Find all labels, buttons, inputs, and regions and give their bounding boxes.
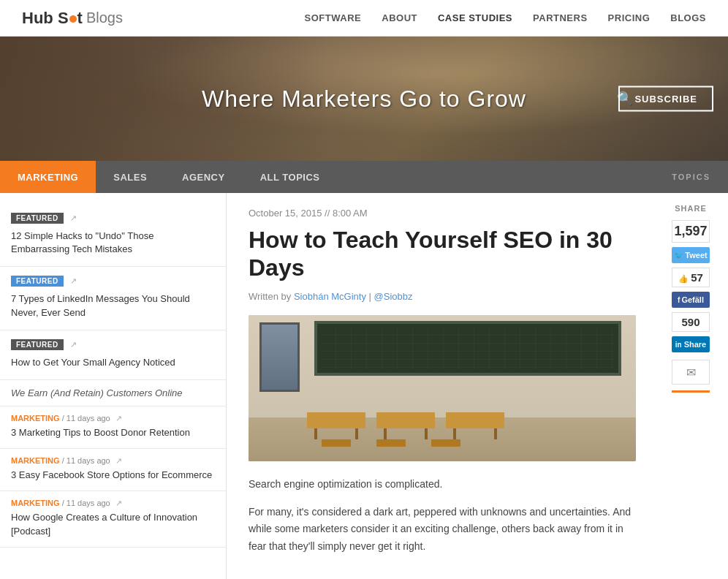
tab-all-topics[interactable]: ALL TOPICS <box>243 161 338 193</box>
share-count-total: 1,597 <box>672 220 710 243</box>
topic-tabs: MARKETING SALES AGENCY ALL TOPICS TopICS <box>0 161 728 193</box>
featured-item-1: FEATURED ↗ 12 Simple Hacks to "Undo" Tho… <box>0 204 226 267</box>
sidebar-separator: We Earn (And Retain) Customers Online <box>0 380 226 406</box>
twitter-icon: 🐦 <box>674 251 683 260</box>
sidebar: FEATURED ↗ 12 Simple Hacks to "Undo" Tho… <box>0 193 227 579</box>
logo-hub-text: Hub St <box>22 9 83 28</box>
external-link-icon-1[interactable]: ↗ <box>70 213 77 223</box>
email-icon: ✉ <box>686 366 696 379</box>
tab-agency[interactable]: AGENCY <box>164 161 243 193</box>
facebook-icon: f <box>678 296 680 304</box>
sidebar-time-2: / 11 days ago <box>62 456 110 465</box>
share-label: SHARE <box>675 204 707 213</box>
sidebar-category-3[interactable]: MARKETING <box>11 499 60 507</box>
author-prefix: Written by <box>249 291 291 302</box>
classroom-bg <box>249 315 636 461</box>
linkedin-share-button[interactable]: in Share <box>672 336 710 352</box>
sidebar-article-3: MARKETING / 11 days ago ↗ How Google Cre… <box>0 491 226 547</box>
linkedin-icon: in <box>675 341 682 349</box>
sidebar-meta-2: MARKETING / 11 days ago ↗ <box>11 456 215 466</box>
author-handle-link[interactable]: @Siobbz <box>374 291 413 302</box>
nav-software[interactable]: SOFTWARE <box>305 12 362 23</box>
sidebar-article-2: MARKETING / 11 days ago ↗ 3 Easy Faceboo… <box>0 449 226 491</box>
sidebar-category-2[interactable]: MARKETING <box>11 456 60 465</box>
share-icon-3[interactable]: ↗ <box>115 499 122 507</box>
author-name-link[interactable]: Siobhán McGinty <box>294 291 366 302</box>
external-link-icon-3[interactable]: ↗ <box>70 340 77 349</box>
featured-item-3: FEATURED ↗ How to Get Your Small Agency … <box>0 330 226 380</box>
orange-accent-line <box>672 390 710 393</box>
hero-tagline: Where Marketers Go to Grow <box>202 86 526 113</box>
featured-item-2: FEATURED ↗ 7 Types of LinkedIn Messages … <box>0 267 226 330</box>
sidebar-category-1[interactable]: MARKETING <box>11 414 60 423</box>
hero-banner: Where Marketers Go to Grow 🔍 SUBSCRIBE <box>0 37 728 161</box>
sidebar-time-3: / 11 days ago <box>62 499 110 507</box>
linkedin-share-count: 590 <box>672 312 710 332</box>
logo-spot-text: St <box>53 9 83 27</box>
sidebar-time-1: / 11 days ago <box>62 414 110 423</box>
featured-title-3[interactable]: How to Get Your Small Agency Noticed <box>11 356 215 369</box>
nav-about[interactable]: ABOUT <box>382 12 417 23</box>
gefaellt-label: Gefäll <box>681 295 704 304</box>
article-paragraph-2: For many, it's considered a dark art, pe… <box>249 504 643 556</box>
tab-marketing[interactable]: MARKETING <box>0 161 96 193</box>
sidebar-meta-3: MARKETING / 11 days ago ↗ <box>11 499 215 508</box>
facebook-like-button[interactable]: f Gefäll <box>672 292 710 308</box>
subscribe-button[interactable]: SUBSCRIBE <box>618 86 713 112</box>
nav-links: SOFTWARE ABOUT CASE STUDIES PARTNERS PRI… <box>305 12 706 23</box>
nav-pricing[interactable]: PRICING <box>608 12 651 23</box>
article-content: October 15, 2015 // 8:00 AM How to Teach… <box>227 193 665 579</box>
sidebar-article-1: MARKETING / 11 days ago ↗ 3 Marketing Ti… <box>0 406 226 449</box>
external-link-icon-2[interactable]: ↗ <box>70 276 77 286</box>
article-image <box>249 315 636 461</box>
article-title: How to Teach Yourself SEO in 30 Days <box>249 226 643 282</box>
sidebar-meta-1: MARKETING / 11 days ago ↗ <box>11 414 215 423</box>
email-share-button[interactable]: ✉ <box>672 360 710 385</box>
logo-blogs-text: Blogs <box>86 10 123 26</box>
logo[interactable]: Hub St Blogs <box>22 9 123 28</box>
article-author: Written by Siobhán McGinty | @Siobbz <box>249 291 643 302</box>
share-icon-2[interactable]: ↗ <box>115 456 122 465</box>
article-paragraph-1: Search engine optimization is complicate… <box>249 476 643 493</box>
sidebar-article-title-2[interactable]: 3 Easy Facebook Store Options for Ecomme… <box>11 469 215 482</box>
featured-badge-3: FEATURED <box>11 339 64 350</box>
featured-badge-1: FEATURED <box>11 213 64 224</box>
sidebar-article-title-3[interactable]: How Google Creates a Culture of Innovati… <box>11 511 215 537</box>
tab-sales[interactable]: SALES <box>96 161 164 193</box>
share-icon-1[interactable]: ↗ <box>115 414 122 423</box>
main-layout: FEATURED ↗ 12 Simple Hacks to "Undo" Tho… <box>0 193 728 579</box>
share-sidebar: SHARE 1,597 🐦 Tweet 👍 57 f Gefäll 590 in… <box>665 193 716 579</box>
featured-title-1[interactable]: 12 Simple Hacks to "Undo" Those Embarras… <box>11 230 215 256</box>
featured-title-2[interactable]: 7 Types of LinkedIn Messages You Should … <box>11 292 215 319</box>
author-separator: | <box>369 291 374 302</box>
sidebar-article-title-1[interactable]: 3 Marketing Tips to Boost Donor Retentio… <box>11 426 215 439</box>
tweet-label: Tweet <box>685 251 707 260</box>
tweet-button[interactable]: 🐦 Tweet <box>672 247 710 263</box>
linkedin-share-label: Share <box>684 340 707 349</box>
facebook-like-count: 👍 57 <box>672 268 710 287</box>
nav-partners[interactable]: PARTNERS <box>533 12 588 23</box>
article-date: October 15, 2015 // 8:00 AM <box>249 208 643 219</box>
featured-badge-2: FEATURED <box>11 276 64 287</box>
article-body: Search engine optimization is complicate… <box>249 476 643 556</box>
nav-blogs[interactable]: BLOGS <box>670 12 706 23</box>
topics-label: TopICS <box>654 161 728 193</box>
top-navigation: Hub St Blogs SOFTWARE ABOUT CASE STUDIES… <box>0 0 728 37</box>
nav-case-studies[interactable]: CASE STUDIES <box>438 12 512 23</box>
